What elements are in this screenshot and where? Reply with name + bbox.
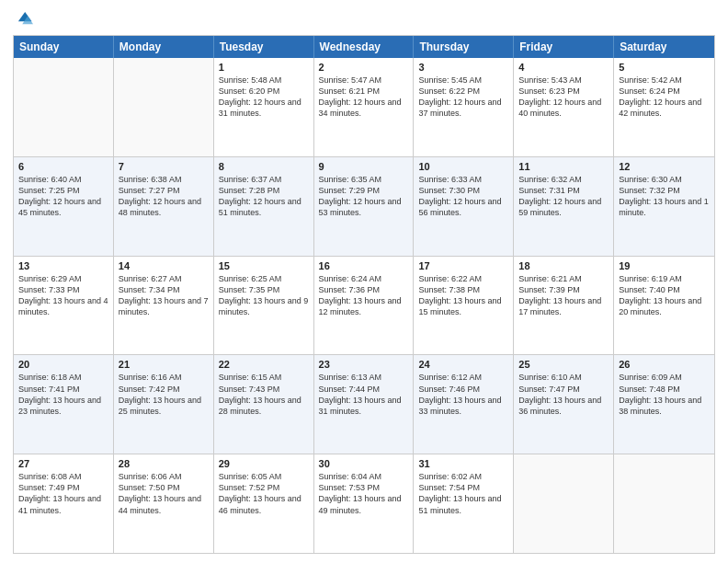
day-cell-6: 6Sunrise: 6:40 AMSunset: 7:25 PMDaylight… xyxy=(14,157,114,256)
day-cell-25: 25Sunrise: 6:10 AMSunset: 7:47 PMDayligh… xyxy=(514,355,614,454)
day-cell-18: 18Sunrise: 6:21 AMSunset: 7:39 PMDayligh… xyxy=(514,257,614,355)
day-number: 2 xyxy=(319,62,409,73)
day-detail: Sunrise: 6:13 AMSunset: 7:44 PMDaylight:… xyxy=(319,372,409,417)
empty-cell xyxy=(514,454,614,553)
day-number: 16 xyxy=(319,260,409,271)
logo-icon xyxy=(13,9,33,29)
day-cell-21: 21Sunrise: 6:16 AMSunset: 7:42 PMDayligh… xyxy=(114,355,214,454)
day-detail: Sunrise: 5:43 AMSunset: 6:23 PMDaylight:… xyxy=(518,75,609,120)
header-day-wednesday: Wednesday xyxy=(314,36,415,58)
day-number: 23 xyxy=(319,359,409,370)
week-row-3: 13Sunrise: 6:29 AMSunset: 7:33 PMDayligh… xyxy=(14,256,714,355)
week-row-5: 27Sunrise: 6:08 AMSunset: 7:49 PMDayligh… xyxy=(14,454,714,553)
day-cell-12: 12Sunrise: 6:30 AMSunset: 7:32 PMDayligh… xyxy=(614,157,714,256)
day-number: 24 xyxy=(418,359,508,370)
day-cell-20: 20Sunrise: 6:18 AMSunset: 7:41 PMDayligh… xyxy=(14,355,114,454)
day-number: 28 xyxy=(119,458,209,469)
day-number: 6 xyxy=(18,161,108,172)
day-number: 4 xyxy=(518,62,609,73)
day-detail: Sunrise: 6:15 AMSunset: 7:43 PMDaylight:… xyxy=(219,372,309,417)
day-detail: Sunrise: 6:16 AMSunset: 7:42 PMDaylight:… xyxy=(119,372,209,417)
day-cell-10: 10Sunrise: 6:33 AMSunset: 7:30 PMDayligh… xyxy=(414,157,514,256)
day-cell-8: 8Sunrise: 6:37 AMSunset: 7:28 PMDaylight… xyxy=(214,157,314,256)
day-cell-17: 17Sunrise: 6:22 AMSunset: 7:38 PMDayligh… xyxy=(414,257,514,355)
day-detail: Sunrise: 6:25 AMSunset: 7:35 PMDaylight:… xyxy=(219,273,309,318)
empty-cell xyxy=(14,58,114,156)
header-day-friday: Friday xyxy=(514,36,614,58)
day-cell-19: 19Sunrise: 6:19 AMSunset: 7:40 PMDayligh… xyxy=(614,257,714,355)
day-number: 14 xyxy=(119,260,209,271)
header-day-saturday: Saturday xyxy=(614,36,714,58)
day-cell-27: 27Sunrise: 6:08 AMSunset: 7:49 PMDayligh… xyxy=(14,454,114,553)
day-cell-4: 4Sunrise: 5:43 AMSunset: 6:23 PMDaylight… xyxy=(514,58,614,156)
day-cell-7: 7Sunrise: 6:38 AMSunset: 7:27 PMDaylight… xyxy=(114,157,214,256)
header-day-monday: Monday xyxy=(114,36,214,58)
day-cell-9: 9Sunrise: 6:35 AMSunset: 7:29 PMDaylight… xyxy=(314,157,415,256)
day-number: 8 xyxy=(219,161,309,172)
day-number: 7 xyxy=(119,161,209,172)
day-detail: Sunrise: 6:29 AMSunset: 7:33 PMDaylight:… xyxy=(18,273,108,318)
day-detail: Sunrise: 6:35 AMSunset: 7:29 PMDaylight:… xyxy=(319,174,409,219)
day-number: 15 xyxy=(219,260,309,271)
day-detail: Sunrise: 6:21 AMSunset: 7:39 PMDaylight:… xyxy=(518,273,609,318)
day-number: 17 xyxy=(418,260,508,271)
empty-cell xyxy=(614,454,714,553)
header-day-sunday: Sunday xyxy=(14,36,114,58)
header-day-tuesday: Tuesday xyxy=(214,36,314,58)
calendar-header-row: SundayMondayTuesdayWednesdayThursdayFrid… xyxy=(14,36,714,58)
day-number: 10 xyxy=(418,161,508,172)
day-detail: Sunrise: 6:32 AMSunset: 7:31 PMDaylight:… xyxy=(518,174,609,219)
week-row-1: 1Sunrise: 5:48 AMSunset: 6:20 PMDaylight… xyxy=(14,58,714,156)
day-cell-24: 24Sunrise: 6:12 AMSunset: 7:46 PMDayligh… xyxy=(414,355,514,454)
day-number: 5 xyxy=(619,62,710,73)
day-number: 27 xyxy=(18,458,108,469)
day-detail: Sunrise: 6:19 AMSunset: 7:40 PMDaylight:… xyxy=(619,273,710,318)
day-cell-22: 22Sunrise: 6:15 AMSunset: 7:43 PMDayligh… xyxy=(214,355,314,454)
day-detail: Sunrise: 6:02 AMSunset: 7:54 PMDaylight:… xyxy=(418,471,508,516)
day-cell-3: 3Sunrise: 5:45 AMSunset: 6:22 PMDaylight… xyxy=(414,58,514,156)
day-detail: Sunrise: 6:40 AMSunset: 7:25 PMDaylight:… xyxy=(18,174,108,219)
day-cell-30: 30Sunrise: 6:04 AMSunset: 7:53 PMDayligh… xyxy=(314,454,415,553)
day-cell-1: 1Sunrise: 5:48 AMSunset: 6:20 PMDaylight… xyxy=(214,58,314,156)
day-detail: Sunrise: 5:45 AMSunset: 6:22 PMDaylight:… xyxy=(418,75,508,120)
header-day-thursday: Thursday xyxy=(414,36,514,58)
day-cell-2: 2Sunrise: 5:47 AMSunset: 6:21 PMDaylight… xyxy=(314,58,415,156)
week-row-4: 20Sunrise: 6:18 AMSunset: 7:41 PMDayligh… xyxy=(14,354,714,454)
day-number: 11 xyxy=(518,161,609,172)
day-cell-16: 16Sunrise: 6:24 AMSunset: 7:36 PMDayligh… xyxy=(314,257,415,355)
day-number: 19 xyxy=(619,260,710,271)
calendar: SundayMondayTuesdayWednesdayThursdayFrid… xyxy=(13,35,715,554)
page: SundayMondayTuesdayWednesdayThursdayFrid… xyxy=(0,0,728,563)
day-detail: Sunrise: 6:08 AMSunset: 7:49 PMDaylight:… xyxy=(18,471,108,516)
day-number: 9 xyxy=(319,161,409,172)
empty-cell xyxy=(114,58,214,156)
day-cell-31: 31Sunrise: 6:02 AMSunset: 7:54 PMDayligh… xyxy=(414,454,514,553)
day-detail: Sunrise: 6:04 AMSunset: 7:53 PMDaylight:… xyxy=(319,471,409,516)
day-detail: Sunrise: 6:09 AMSunset: 7:48 PMDaylight:… xyxy=(619,372,710,417)
day-number: 29 xyxy=(219,458,309,469)
day-number: 20 xyxy=(18,359,108,370)
day-number: 21 xyxy=(119,359,209,370)
day-detail: Sunrise: 6:05 AMSunset: 7:52 PMDaylight:… xyxy=(219,471,309,516)
day-detail: Sunrise: 6:38 AMSunset: 7:27 PMDaylight:… xyxy=(119,174,209,219)
day-detail: Sunrise: 6:10 AMSunset: 7:47 PMDaylight:… xyxy=(518,372,609,417)
day-detail: Sunrise: 6:12 AMSunset: 7:46 PMDaylight:… xyxy=(418,372,508,417)
header xyxy=(13,9,715,29)
day-number: 12 xyxy=(619,161,710,172)
day-detail: Sunrise: 6:27 AMSunset: 7:34 PMDaylight:… xyxy=(119,273,209,318)
calendar-body: 1Sunrise: 5:48 AMSunset: 6:20 PMDaylight… xyxy=(14,58,714,553)
day-cell-23: 23Sunrise: 6:13 AMSunset: 7:44 PMDayligh… xyxy=(314,355,415,454)
day-detail: Sunrise: 6:06 AMSunset: 7:50 PMDaylight:… xyxy=(119,471,209,516)
logo xyxy=(13,9,37,29)
day-detail: Sunrise: 6:18 AMSunset: 7:41 PMDaylight:… xyxy=(18,372,108,417)
day-number: 30 xyxy=(319,458,409,469)
day-cell-28: 28Sunrise: 6:06 AMSunset: 7:50 PMDayligh… xyxy=(114,454,214,553)
day-number: 22 xyxy=(219,359,309,370)
day-cell-11: 11Sunrise: 6:32 AMSunset: 7:31 PMDayligh… xyxy=(514,157,614,256)
day-detail: Sunrise: 5:42 AMSunset: 6:24 PMDaylight:… xyxy=(619,75,710,120)
week-row-2: 6Sunrise: 6:40 AMSunset: 7:25 PMDaylight… xyxy=(14,156,714,256)
day-number: 31 xyxy=(418,458,508,469)
day-detail: Sunrise: 6:33 AMSunset: 7:30 PMDaylight:… xyxy=(418,174,508,219)
day-cell-13: 13Sunrise: 6:29 AMSunset: 7:33 PMDayligh… xyxy=(14,257,114,355)
day-number: 25 xyxy=(518,359,609,370)
